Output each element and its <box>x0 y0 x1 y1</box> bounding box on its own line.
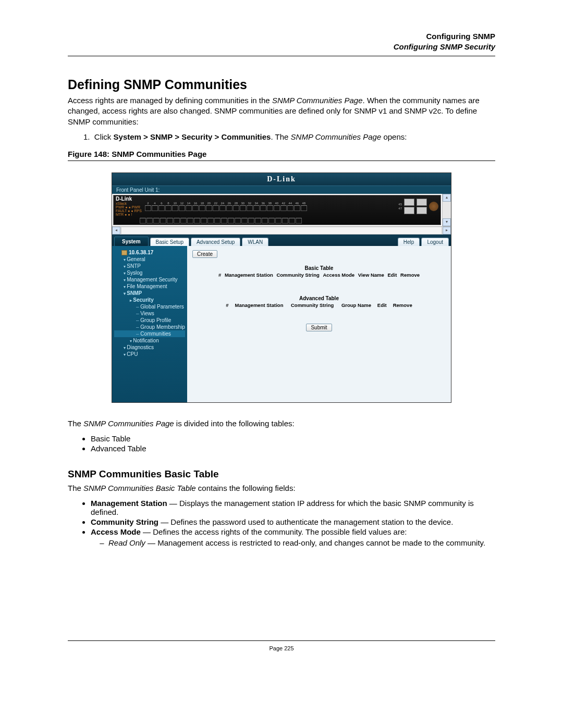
tree-general[interactable]: General <box>114 256 185 263</box>
port[interactable] <box>274 205 280 211</box>
tree-global-params[interactable]: Global Parameters <box>114 303 185 310</box>
port[interactable] <box>247 205 253 211</box>
port[interactable] <box>240 205 246 211</box>
port[interactable] <box>226 205 232 211</box>
tree-notification[interactable]: Notification <box>114 337 185 344</box>
port[interactable] <box>192 205 199 211</box>
device-panel-frame: D-Link xStack PWR ● ● PWR FAULT ● ● RPS … <box>112 194 451 226</box>
switch-side-panel: 45 47 <box>396 199 440 214</box>
tree-security[interactable]: Security <box>114 297 185 303</box>
port-label: 20 <box>206 202 212 205</box>
tree-ip[interactable]: 10.6.38.17 <box>114 249 185 256</box>
tree-cpu[interactable]: CPU <box>114 351 185 357</box>
port[interactable] <box>187 218 193 224</box>
tab-advanced-setup[interactable]: Advanced Setup <box>191 238 240 246</box>
port[interactable] <box>255 218 261 224</box>
port[interactable] <box>160 218 166 224</box>
port[interactable] <box>228 218 234 224</box>
tree-communities[interactable]: Communities <box>114 330 185 337</box>
scroll-down-icon[interactable]: ▾ <box>443 218 451 226</box>
tab-wlan[interactable]: WLAN <box>242 238 268 246</box>
port[interactable] <box>268 218 275 224</box>
port-label: 38 <box>267 202 273 205</box>
port[interactable] <box>282 218 288 224</box>
port[interactable] <box>296 218 302 224</box>
port[interactable] <box>146 218 153 224</box>
tree-sntp[interactable]: SNTP <box>114 263 185 269</box>
scroll-left-icon[interactable]: ◂ <box>112 227 120 235</box>
scroll-track[interactable] <box>121 227 442 235</box>
port-label: 46 <box>294 202 300 205</box>
port[interactable] <box>294 205 300 211</box>
switch-panel: D-Link xStack PWR ● ● PWR FAULT ● ● RPS … <box>113 195 441 225</box>
port[interactable] <box>301 205 307 211</box>
port[interactable] <box>172 205 178 211</box>
module-slot <box>417 207 427 214</box>
port[interactable] <box>158 205 165 211</box>
tree-snmp[interactable]: SNMP <box>114 290 185 297</box>
port[interactable] <box>145 205 151 211</box>
scroll-right-icon[interactable]: ▸ <box>443 227 451 235</box>
scroll-up-icon[interactable]: ▴ <box>443 194 451 202</box>
header-rule <box>68 56 495 56</box>
port[interactable] <box>267 205 273 211</box>
port[interactable] <box>174 218 180 224</box>
page-title: Defining SNMP Communities <box>68 77 495 92</box>
tree-mgmt-security[interactable]: Management Security <box>114 276 185 283</box>
tree-views[interactable]: Views <box>114 310 185 317</box>
tab-help[interactable]: Help <box>398 238 420 246</box>
port[interactable] <box>214 218 221 224</box>
ports-row-bottom <box>139 217 440 225</box>
port[interactable] <box>179 205 185 211</box>
list-item: Community String — Defines the password … <box>91 517 495 526</box>
port[interactable] <box>206 205 212 211</box>
port[interactable] <box>219 205 226 211</box>
port[interactable] <box>235 218 241 224</box>
port[interactable] <box>167 218 173 224</box>
port[interactable] <box>213 205 219 211</box>
port-label: 30 <box>240 202 246 205</box>
port[interactable] <box>152 205 158 211</box>
tree-syslog[interactable]: Syslog <box>114 269 185 276</box>
port[interactable] <box>186 205 192 211</box>
port[interactable] <box>207 218 214 224</box>
port[interactable] <box>233 205 239 211</box>
create-button[interactable]: Create <box>192 250 217 258</box>
tab-basic-setup[interactable]: Basic Setup <box>150 238 189 246</box>
tab-logout[interactable]: Logout <box>421 238 449 246</box>
port-label: 6 <box>158 202 165 205</box>
tree-group-profile[interactable]: Group Profile <box>114 317 185 324</box>
port[interactable] <box>165 205 172 211</box>
tab-system[interactable]: System <box>114 237 149 246</box>
port[interactable] <box>153 218 160 224</box>
port-label: 36 <box>260 202 266 205</box>
list-item: Basic Table <box>91 434 495 443</box>
port[interactable] <box>180 218 187 224</box>
port[interactable] <box>275 218 282 224</box>
port[interactable] <box>201 218 207 224</box>
port-label: 16 <box>192 202 199 205</box>
port-label: 34 <box>253 202 260 205</box>
port[interactable] <box>221 218 227 224</box>
submit-button[interactable]: Submit <box>306 324 332 331</box>
tree-group-membership[interactable]: Group Membership <box>114 324 185 330</box>
port[interactable] <box>262 218 268 224</box>
port[interactable] <box>253 205 260 211</box>
vertical-scrollbar[interactable]: ▴ ▾ <box>442 194 451 226</box>
list-item: Advanced Table <box>91 444 495 453</box>
horizontal-scrollbar[interactable]: ◂ ▸ <box>112 226 451 235</box>
port[interactable] <box>199 205 205 211</box>
tree-file-mgmt[interactable]: File Management <box>114 283 185 290</box>
port[interactable] <box>194 218 200 224</box>
port-label: 22 <box>213 202 219 205</box>
port[interactable] <box>260 205 266 211</box>
port[interactable] <box>280 205 287 211</box>
port[interactable] <box>289 218 295 224</box>
port[interactable] <box>140 218 146 224</box>
port-label: 28 <box>233 202 239 205</box>
port[interactable] <box>248 218 254 224</box>
port[interactable] <box>287 205 293 211</box>
port[interactable] <box>241 218 248 224</box>
module-slot <box>404 207 414 214</box>
tree-diagnostics[interactable]: Diagnostics <box>114 344 185 351</box>
